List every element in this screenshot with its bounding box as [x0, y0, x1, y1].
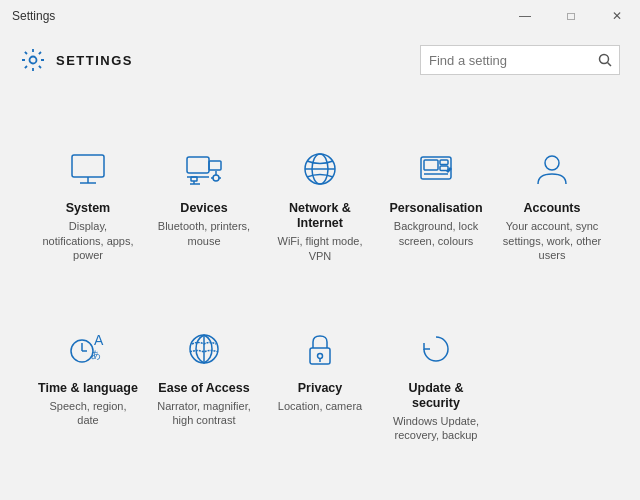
svg-point-12 [213, 175, 219, 181]
svg-rect-20 [424, 160, 438, 170]
network-desc: WiFi, flight mode, VPN [270, 234, 370, 263]
privacy-desc: Location, camera [278, 399, 362, 413]
title-bar-title: Settings [12, 9, 55, 23]
app-header: SETTINGS [0, 32, 640, 88]
settings-item-network[interactable]: Network & Internet WiFi, flight mode, VP… [262, 131, 378, 277]
main-content: System Display, notifications, apps, pow… [0, 88, 640, 500]
ease-icon [180, 325, 228, 373]
svg-text:A: A [94, 332, 104, 348]
network-label: Network & Internet [270, 201, 370, 231]
accounts-icon [528, 145, 576, 193]
settings-item-privacy[interactable]: Privacy Location, camera [262, 311, 378, 457]
system-icon [64, 145, 112, 193]
system-desc: Display, notifications, apps, power [38, 219, 138, 262]
svg-rect-22 [440, 166, 448, 171]
personalisation-icon [412, 145, 460, 193]
accounts-label: Accounts [524, 201, 581, 216]
svg-text:あ: あ [91, 349, 101, 360]
settings-gear-icon [20, 47, 46, 73]
svg-point-0 [30, 57, 37, 64]
svg-rect-3 [72, 155, 104, 177]
ease-desc: Narrator, magnifier, high contrast [154, 399, 254, 428]
privacy-icon [296, 325, 344, 373]
header-left: SETTINGS [20, 47, 133, 73]
devices-desc: Bluetooth, printers, mouse [154, 219, 254, 248]
svg-point-33 [318, 354, 323, 359]
minimize-button[interactable]: — [502, 0, 548, 32]
update-icon [412, 325, 460, 373]
search-box [420, 45, 620, 75]
update-desc: Windows Update, recovery, backup [386, 414, 486, 443]
settings-item-accounts[interactable]: Accounts Your account, sync settings, wo… [494, 131, 610, 277]
settings-item-personalisation[interactable]: Personalisation Background, lock screen,… [378, 131, 494, 277]
devices-icon [180, 145, 228, 193]
empty-slot [494, 311, 610, 457]
svg-point-24 [545, 156, 559, 170]
svg-rect-21 [440, 160, 448, 165]
title-bar-left: Settings [12, 9, 55, 23]
time-desc: Speech, region, date [38, 399, 138, 428]
system-label: System [66, 201, 110, 216]
row-spacer [30, 287, 610, 301]
close-button[interactable]: ✕ [594, 0, 640, 32]
settings-item-time[interactable]: A あ Time & language Speech, region, date [30, 311, 146, 457]
svg-line-2 [608, 63, 612, 67]
network-icon [296, 145, 344, 193]
ease-label: Ease of Access [158, 381, 249, 396]
settings-item-update[interactable]: Update & security Windows Update, recove… [378, 311, 494, 457]
settings-grid: System Display, notifications, apps, pow… [30, 131, 610, 456]
update-label: Update & security [386, 381, 486, 411]
svg-rect-6 [187, 157, 209, 173]
settings-item-devices[interactable]: Devices Bluetooth, printers, mouse [146, 131, 262, 277]
personalisation-label: Personalisation [389, 201, 482, 216]
accounts-desc: Your account, sync settings, work, other… [502, 219, 602, 262]
header-title: SETTINGS [56, 53, 133, 68]
time-label: Time & language [38, 381, 138, 396]
settings-item-ease[interactable]: Ease of Access Narrator, magnifier, high… [146, 311, 262, 457]
search-button[interactable] [591, 45, 619, 75]
search-input[interactable] [421, 53, 591, 68]
privacy-label: Privacy [298, 381, 342, 396]
settings-item-system[interactable]: System Display, notifications, apps, pow… [30, 131, 146, 277]
svg-rect-9 [191, 177, 197, 181]
title-bar: Settings — □ ✕ [0, 0, 640, 32]
svg-point-1 [600, 55, 609, 64]
settings-window: Settings — □ ✕ SETTINGS [0, 0, 640, 500]
maximize-button[interactable]: □ [548, 0, 594, 32]
personalisation-desc: Background, lock screen, colours [386, 219, 486, 248]
svg-rect-7 [209, 161, 221, 170]
title-bar-controls: — □ ✕ [502, 0, 640, 32]
devices-label: Devices [180, 201, 227, 216]
time-icon: A あ [64, 325, 112, 373]
